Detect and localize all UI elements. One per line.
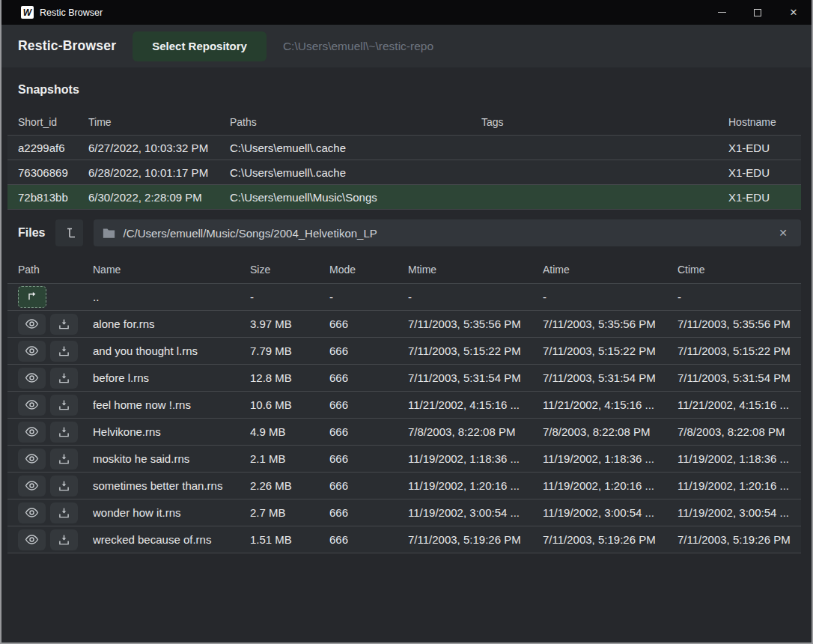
eye-icon — [25, 399, 39, 410]
minimize-icon — [718, 12, 726, 13]
snapshot-hostname: X1-EDU — [728, 142, 801, 154]
file-row: alone for.rns 3.97 MB 666 7/11/2003, 5:3… — [7, 311, 801, 338]
file-actions — [18, 449, 93, 470]
preview-file-button[interactable] — [18, 449, 46, 470]
file-mtime: - — [408, 291, 543, 303]
download-file-button[interactable] — [50, 395, 78, 416]
file-name: before l.rns — [93, 371, 250, 384]
eye-icon — [25, 426, 39, 437]
file-actions — [18, 476, 93, 496]
col-hostname: Hostname — [728, 116, 801, 128]
file-size: 2.7 MB — [250, 506, 329, 519]
snapshot-row[interactable]: 76306869 6/28/2022, 10:01:17 PM C:\Users… — [7, 160, 801, 185]
path-input[interactable] — [123, 227, 767, 240]
files-table: Path Name Size Mode Mtime Atime Ctime ..… — [7, 255, 801, 553]
file-row: before l.rns 12.8 MB 666 7/11/2003, 5:31… — [7, 365, 801, 392]
parent-dir-button[interactable] — [18, 286, 46, 308]
snapshots-table-body: a2299af6 6/27/2022, 10:03:32 PM C:\Users… — [7, 136, 801, 210]
file-mode: 666 — [329, 371, 408, 384]
up-level-arrow-icon — [25, 290, 39, 302]
tree-icon — [62, 225, 77, 240]
eye-icon — [25, 453, 39, 464]
file-size: 3.97 MB — [250, 318, 329, 330]
snapshot-short-id: a2299af6 — [18, 142, 88, 154]
snapshot-row[interactable]: 72b813bb 6/30/2022, 2:28:09 PM C:\Users\… — [7, 185, 801, 210]
file-size: 10.6 MB — [250, 398, 329, 411]
snapshot-paths: C:\Users\emuell\Music\Songs — [230, 191, 481, 204]
download-file-button[interactable] — [50, 529, 78, 550]
tree-view-button[interactable] — [55, 219, 83, 246]
download-file-button[interactable] — [50, 368, 78, 389]
download-file-button[interactable] — [50, 341, 78, 362]
file-name: and you thought l.rns — [93, 344, 250, 357]
repository-path: C:\Users\emuell\~\restic-repo — [283, 40, 433, 53]
file-mtime: 7/8/2003, 8:22:08 PM — [408, 425, 543, 438]
file-size: 12.8 MB — [250, 371, 329, 384]
file-row: moskito he said.rns 2.1 MB 666 11/19/200… — [7, 446, 801, 473]
col-ctime: Ctime — [678, 264, 801, 276]
close-icon: ✕ — [790, 7, 798, 18]
file-atime: 7/11/2003, 5:19:26 PM — [543, 533, 678, 546]
download-icon — [58, 534, 70, 546]
file-mode: - — [329, 291, 408, 303]
download-icon — [58, 318, 70, 330]
file-atime: 11/19/2002, 1:20:16 ... — [543, 479, 678, 492]
file-ctime: 7/11/2003, 5:19:26 PM — [678, 533, 801, 546]
window-controls: ✕ — [704, 0, 812, 25]
file-ctime: 7/11/2003, 5:15:22 PM — [678, 344, 801, 357]
file-mtime: 7/11/2003, 5:35:56 PM — [408, 318, 543, 330]
file-name: wonder how it.rns — [93, 506, 250, 519]
file-row: wonder how it.rns 2.7 MB 666 11/19/2002,… — [7, 499, 801, 526]
files-table-header: Path Name Size Mode Mtime Atime Ctime — [7, 255, 801, 284]
eye-icon — [25, 318, 39, 329]
file-size: 1.51 MB — [250, 533, 329, 546]
preview-file-button[interactable] — [18, 422, 46, 443]
select-repository-button[interactable]: Select Repository — [133, 31, 267, 61]
close-button[interactable]: ✕ — [776, 0, 812, 25]
snapshot-paths: C:\Users\emuell\.cache — [230, 142, 481, 154]
file-name: moskito he said.rns — [93, 452, 250, 465]
preview-file-button[interactable] — [18, 529, 46, 550]
eye-icon — [25, 480, 39, 491]
snapshots-section-title: Snapshots — [18, 83, 812, 97]
preview-file-button[interactable] — [18, 368, 46, 389]
file-actions — [18, 422, 93, 443]
maximize-button[interactable] — [740, 0, 776, 25]
download-file-button[interactable] — [50, 314, 78, 335]
snapshot-time: 6/30/2022, 2:28:09 PM — [88, 191, 230, 204]
file-mtime: 11/19/2002, 1:20:16 ... — [408, 479, 543, 492]
minimize-button[interactable] — [704, 0, 740, 25]
clear-path-button[interactable]: ✕ — [774, 225, 792, 240]
snapshots-table: Short_id Time Paths Tags Hostname a2299a… — [7, 109, 801, 210]
file-mode: 666 — [329, 344, 408, 357]
file-mtime: 7/11/2003, 5:15:22 PM — [408, 344, 543, 357]
preview-file-button[interactable] — [18, 341, 46, 362]
file-mode: 666 — [329, 479, 408, 492]
file-ctime: 11/19/2002, 1:18:36 ... — [678, 452, 801, 465]
file-row: sometimes better than.rns 2.26 MB 666 11… — [7, 473, 801, 499]
col-paths: Paths — [230, 116, 481, 128]
file-atime: 7/11/2003, 5:35:56 PM — [543, 318, 678, 330]
file-atime: 7/8/2003, 8:22:08 PM — [543, 425, 678, 438]
file-row: and you thought l.rns 7.79 MB 666 7/11/2… — [7, 338, 801, 365]
preview-file-button[interactable] — [18, 476, 46, 496]
file-name: alone for.rns — [93, 318, 250, 330]
preview-file-button[interactable] — [18, 314, 46, 335]
file-atime: 11/19/2002, 3:00:54 ... — [543, 506, 678, 519]
eye-icon — [25, 507, 39, 518]
file-actions — [18, 341, 93, 362]
download-file-button[interactable] — [50, 422, 78, 443]
file-size: 2.26 MB — [250, 479, 329, 492]
download-icon — [58, 372, 70, 384]
file-actions — [18, 286, 93, 308]
col-time: Time — [88, 116, 230, 128]
eye-icon — [25, 345, 39, 356]
download-file-button[interactable] — [50, 449, 78, 470]
preview-file-button[interactable] — [18, 502, 46, 523]
file-mode: 666 — [329, 398, 408, 411]
preview-file-button[interactable] — [18, 395, 46, 416]
download-file-button[interactable] — [50, 502, 78, 523]
download-file-button[interactable] — [50, 476, 78, 496]
eye-icon — [25, 372, 39, 383]
snapshot-row[interactable]: a2299af6 6/27/2022, 10:03:32 PM C:\Users… — [7, 136, 801, 160]
